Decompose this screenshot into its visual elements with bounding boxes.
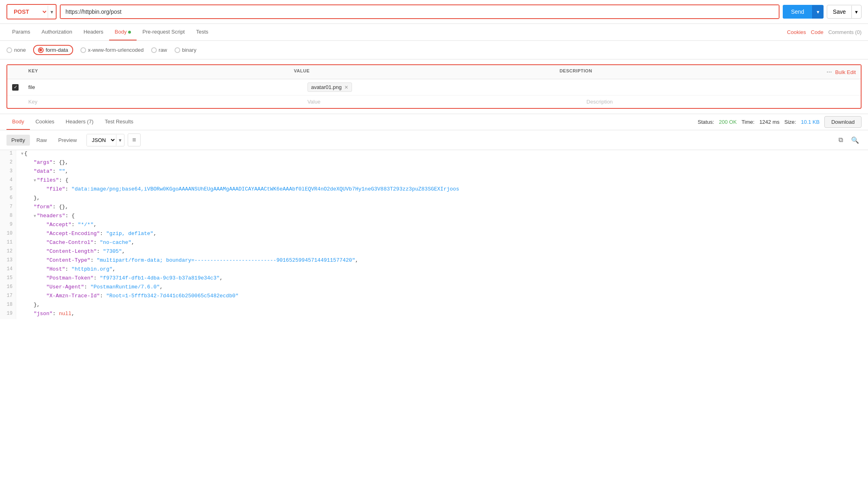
radio-circle-raw: [151, 47, 157, 53]
table-row: ✓ avatar01.png ✕: [7, 79, 861, 95]
tabs-right-links: Cookies Code Comments (0): [787, 29, 862, 35]
code-area: 1 ▼{ 2 "args": {}, 3 "data": "", 4 ▼"fil…: [0, 150, 868, 319]
radio-circle-form-data: [38, 47, 44, 53]
comments-link[interactable]: Comments (0): [828, 29, 862, 35]
save-button[interactable]: Save: [827, 5, 851, 18]
code-line-4: 4 ▼"files": {: [0, 177, 868, 186]
tab-prerequest[interactable]: Pre-request Script: [137, 24, 190, 40]
code-line-9: 9 "Accept": "*/*",: [0, 221, 868, 230]
code-line-5: 5 "file": "data:image/png;base64,iVBORw0…: [0, 186, 868, 195]
collapse-arrow-1[interactable]: ▼: [21, 152, 23, 156]
status-label: Status:: [698, 119, 714, 125]
tab-headers[interactable]: Headers: [78, 24, 109, 40]
send-button[interactable]: Send: [783, 5, 812, 19]
response-tab-cookies[interactable]: Cookies: [30, 114, 60, 130]
radio-binary[interactable]: binary: [175, 47, 196, 53]
empty-key-cell[interactable]: Key: [23, 95, 303, 108]
pretty-view-btn[interactable]: Pretty: [6, 135, 30, 146]
table-empty-row: Key Value Description: [7, 95, 861, 108]
raw-view-btn[interactable]: Raw: [32, 135, 52, 146]
request-tabs-bar: Params Authorization Headers Body Pre-re…: [0, 24, 868, 41]
response-tab-headers[interactable]: Headers (7): [60, 114, 99, 130]
row-checkbox[interactable]: ✓: [12, 84, 19, 91]
body-type-bar: none form-data x-www-form-urlencoded raw…: [0, 41, 868, 59]
method-select[interactable]: POST GET PUT DELETE: [7, 5, 48, 19]
code-line-16: 16 "User-Agent": "PostmanRuntime/7.6.0",: [0, 284, 868, 292]
code-line-6: 6 },: [0, 195, 868, 203]
radio-none[interactable]: none: [6, 47, 26, 53]
code-line-2: 2 "args": {},: [0, 159, 868, 168]
tab-authorization[interactable]: Authorization: [36, 24, 78, 40]
row-checkbox-cell[interactable]: ✓: [7, 81, 23, 94]
format-select[interactable]: JSON XML HTML Text: [87, 134, 116, 146]
radio-circle-none: [6, 47, 12, 53]
format-select-container: JSON XML HTML Text ▾: [86, 134, 124, 146]
key-placeholder: Key: [28, 99, 37, 105]
radio-circle-urlencoded: [80, 47, 86, 53]
radio-inner-form-data: [39, 49, 42, 51]
col-header-value: VALUE: [289, 65, 554, 79]
radio-raw[interactable]: raw: [151, 47, 167, 53]
save-dropdown-btn[interactable]: ▾: [851, 6, 861, 18]
checkbox-check-icon: ✓: [14, 85, 17, 90]
code-line-11: 11 "Cache-Control": "no-cache",: [0, 239, 868, 248]
response-meta: Status: 200 OK Time: 1242 ms Size: 10.1 …: [698, 116, 862, 128]
radio-circle-binary: [175, 47, 180, 53]
download-button[interactable]: Download: [824, 116, 862, 128]
empty-desc-cell[interactable]: Description: [581, 95, 861, 108]
url-container: [60, 4, 780, 19]
value-placeholder: Value: [308, 99, 320, 105]
code-line-1: 1 ▼{: [0, 150, 868, 159]
response-tab-body[interactable]: Body: [6, 114, 30, 130]
bulk-edit-btn[interactable]: Bulk Edit: [835, 69, 856, 75]
radio-urlencoded[interactable]: x-www-form-urlencoded: [80, 47, 144, 53]
empty-checkbox-cell: [7, 99, 23, 105]
row-key-input[interactable]: [28, 84, 298, 90]
row-desc-cell: [581, 84, 861, 91]
collapse-arrow-4[interactable]: ▼: [34, 178, 36, 183]
save-button-group: Save ▾: [827, 5, 862, 19]
col-header-description: DESCRIPTION: [555, 65, 820, 79]
code-link[interactable]: Code: [811, 29, 824, 35]
code-line-8: 8 ▼"headers": {: [0, 212, 868, 221]
collapse-arrow-8[interactable]: ▼: [34, 214, 36, 218]
tab-tests[interactable]: Tests: [190, 24, 214, 40]
code-line-3: 3 "data": "",: [0, 168, 868, 177]
more-options-btn[interactable]: ···: [826, 68, 832, 76]
col-header-key: KEY: [23, 65, 289, 79]
value-tag-text: avatar01.png: [311, 84, 342, 90]
body-active-dot: [128, 31, 131, 34]
preview-view-btn[interactable]: Preview: [53, 135, 82, 146]
time-value: 1242 ms: [759, 119, 780, 125]
wrap-btn[interactable]: ≡: [128, 133, 140, 146]
response-tab-test-results[interactable]: Test Results: [99, 114, 139, 130]
code-line-17: 17 "X-Amzn-Trace-Id": "Root=1-5fffb342-7…: [0, 292, 868, 301]
format-arrow-btn[interactable]: ▾: [116, 135, 124, 146]
send-dropdown-btn[interactable]: ▾: [812, 5, 824, 19]
method-dropdown-btn[interactable]: ▾: [48, 6, 56, 18]
empty-value-cell[interactable]: Value: [303, 95, 582, 108]
code-line-18: 18 },: [0, 301, 868, 310]
value-tag-remove[interactable]: ✕: [344, 85, 348, 90]
send-button-group: Send ▾: [783, 5, 824, 19]
form-data-table: KEY VALUE DESCRIPTION ··· Bulk Edit ✓ av…: [6, 64, 862, 109]
code-line-7: 7 "form": {},: [0, 203, 868, 212]
tab-body[interactable]: Body: [109, 24, 137, 40]
col-header-actions: ··· Bulk Edit: [820, 65, 861, 79]
code-line-15: 15 "Postman-Token": "f973714f-dfb1-4dba-…: [0, 275, 868, 284]
row-value-cell: avatar01.png ✕: [303, 79, 582, 95]
row-key-cell: [23, 81, 303, 93]
copy-icon-btn[interactable]: ⧉: [836, 135, 845, 146]
search-icon-btn[interactable]: 🔍: [849, 135, 862, 146]
url-input[interactable]: [61, 5, 779, 18]
code-line-19: 19 "json": null,: [0, 310, 868, 319]
status-value: 200 OK: [719, 119, 737, 125]
radio-form-data[interactable]: form-data: [33, 45, 73, 55]
value-tag: avatar01.png ✕: [308, 83, 352, 92]
cookies-link[interactable]: Cookies: [787, 29, 806, 35]
desc-placeholder: Description: [586, 99, 613, 105]
tab-params[interactable]: Params: [6, 24, 36, 40]
method-container: POST GET PUT DELETE ▾: [6, 4, 57, 19]
code-line-13: 13 "Content-Type": "multipart/form-data;…: [0, 257, 868, 266]
code-line-14: 14 "Host": "httpbin.org",: [0, 266, 868, 275]
